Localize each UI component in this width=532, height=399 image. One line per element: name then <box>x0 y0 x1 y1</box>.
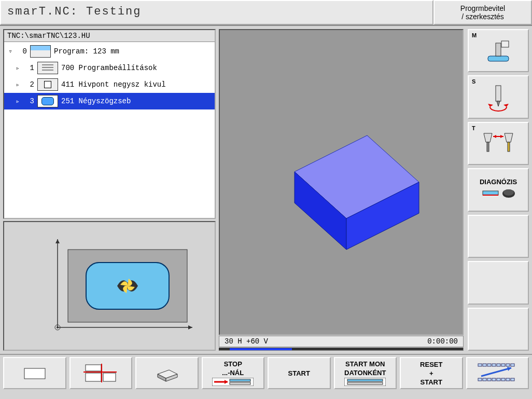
pocket-preview-graphic <box>16 229 203 343</box>
svg-rect-21 <box>508 142 510 152</box>
svg-rect-13 <box>501 41 509 47</box>
svg-marker-1 <box>188 325 192 329</box>
svg-rect-43 <box>344 378 386 386</box>
start-label: START <box>288 369 310 377</box>
spindle-button[interactable]: S <box>468 75 529 118</box>
machine-button[interactable]: M <box>468 29 529 72</box>
diagnostics-icon <box>478 186 519 201</box>
start-single-block-button[interactable]: START MON DATONKÉNT <box>334 357 397 389</box>
svg-rect-12 <box>496 43 501 56</box>
svg-rect-63 <box>511 378 514 381</box>
feed-override-button[interactable] <box>466 357 529 389</box>
datum-icon <box>37 78 58 91</box>
pocket-icon <box>37 95 58 107</box>
svg-line-54 <box>481 368 511 376</box>
svg-rect-11 <box>488 56 509 61</box>
tree-num: 2 <box>24 80 34 89</box>
svg-rect-30 <box>86 365 101 371</box>
tree-label: 251 Négyszögzseb <box>61 97 131 105</box>
svg-rect-57 <box>483 378 486 381</box>
stop-at-icon <box>212 378 254 386</box>
diagnostics-button[interactable]: DIAGNÓZIS <box>468 168 529 211</box>
svg-rect-49 <box>492 364 496 366</box>
viewport-status-bar: 30 H +60 V 0:00:00 <box>219 336 464 347</box>
feed-override-icon <box>474 362 521 384</box>
svg-marker-15 <box>497 101 500 106</box>
svg-rect-42 <box>230 382 250 384</box>
svg-rect-62 <box>506 378 510 381</box>
svg-point-28 <box>503 189 514 196</box>
side-button-empty-2[interactable] <box>468 261 529 304</box>
reset-label-1: RESET <box>420 361 442 368</box>
svg-marker-24 <box>500 135 503 138</box>
startmon-label-1: START MON <box>345 360 385 368</box>
svg-rect-51 <box>501 364 505 366</box>
view-plan-button[interactable] <box>3 357 66 389</box>
stop-label-1: STOP <box>224 360 242 368</box>
program-icon <box>30 45 51 58</box>
tool-button[interactable]: T <box>468 122 529 165</box>
svg-rect-45 <box>347 382 383 384</box>
svg-rect-44 <box>347 379 383 381</box>
svg-marker-23 <box>493 135 496 138</box>
svg-rect-32 <box>103 373 116 381</box>
expand-icon[interactable]: ▹ <box>15 98 21 105</box>
expand-icon[interactable]: ▿ <box>7 48 13 56</box>
machine-icon <box>483 38 514 64</box>
svg-rect-60 <box>497 378 500 381</box>
reset-start-button[interactable]: RESET + START <box>400 357 463 389</box>
tree-row-program[interactable]: ▿ 0 Program: 123 mm <box>4 43 215 60</box>
svg-rect-50 <box>497 364 500 366</box>
svg-rect-52 <box>506 364 510 366</box>
svg-rect-59 <box>492 378 496 381</box>
tree-body: ▿ 0 Program: 123 mm ▹ 1 700 Programbeáll… <box>4 42 215 218</box>
diag-label: DIAGNÓZIS <box>480 178 517 186</box>
svg-rect-29 <box>24 368 45 379</box>
tree-row-pocket[interactable]: ▹ 3 251 Négyszögzseb <box>4 93 215 109</box>
svg-rect-53 <box>511 364 514 366</box>
single-block-icon <box>344 378 386 386</box>
view-3side-button[interactable] <box>69 357 133 389</box>
tree-num: 3 <box>24 97 34 105</box>
workpiece-3d-icon <box>248 73 435 291</box>
settings-icon <box>37 62 58 74</box>
svg-rect-19 <box>487 142 489 152</box>
mode-indicator: Progrmbevitel / szerkesztés <box>433 0 532 25</box>
3d-viewport[interactable] <box>219 29 464 335</box>
program-tree-panel: TNC:\smarTNC\123.HU ▿ 0 Program: 123 mm … <box>3 29 216 219</box>
svg-rect-47 <box>483 364 486 366</box>
tree-label: Program: 123 mm <box>54 47 119 56</box>
cycle-preview-panel <box>3 221 216 351</box>
svg-marker-17 <box>503 104 509 107</box>
view-3d-button[interactable] <box>135 357 199 389</box>
start-button[interactable]: START <box>268 357 331 389</box>
side-button-empty-3[interactable] <box>468 308 529 351</box>
view-plan-icon <box>19 364 50 382</box>
mode-line2: / szerkesztés <box>439 12 527 21</box>
svg-rect-56 <box>478 378 482 381</box>
view-3d-icon <box>151 364 183 382</box>
s-label: S <box>472 78 475 85</box>
expand-icon[interactable]: ▹ <box>15 64 21 72</box>
mode-line1: Progrmbevitel <box>439 4 527 12</box>
expand-icon[interactable]: ▹ <box>15 81 21 89</box>
svg-marker-16 <box>488 104 493 107</box>
svg-rect-61 <box>501 378 505 381</box>
svg-rect-48 <box>487 364 491 366</box>
svg-marker-3 <box>55 239 60 243</box>
view-coords: 30 H +60 V <box>225 337 268 346</box>
side-button-empty-1[interactable] <box>468 215 529 258</box>
tree-label: 700 Programbeállítások <box>61 64 157 72</box>
svg-rect-14 <box>496 86 501 101</box>
stop-at-button[interactable]: STOP ...-NÁL <box>202 357 265 389</box>
view-3side-icon <box>82 363 119 383</box>
m-label: M <box>472 32 477 38</box>
spindle-icon <box>483 83 514 112</box>
tree-row-settings[interactable]: ▹ 1 700 Programbeállítások <box>4 60 215 76</box>
svg-marker-20 <box>505 133 513 142</box>
progress-bar <box>219 348 464 351</box>
reset-label-3: START <box>421 378 442 386</box>
run-time: 0:00:00 <box>427 337 458 346</box>
svg-rect-31 <box>86 373 101 381</box>
tree-row-datum[interactable]: ▹ 2 411 Hivpont negysz kivul <box>4 76 215 93</box>
